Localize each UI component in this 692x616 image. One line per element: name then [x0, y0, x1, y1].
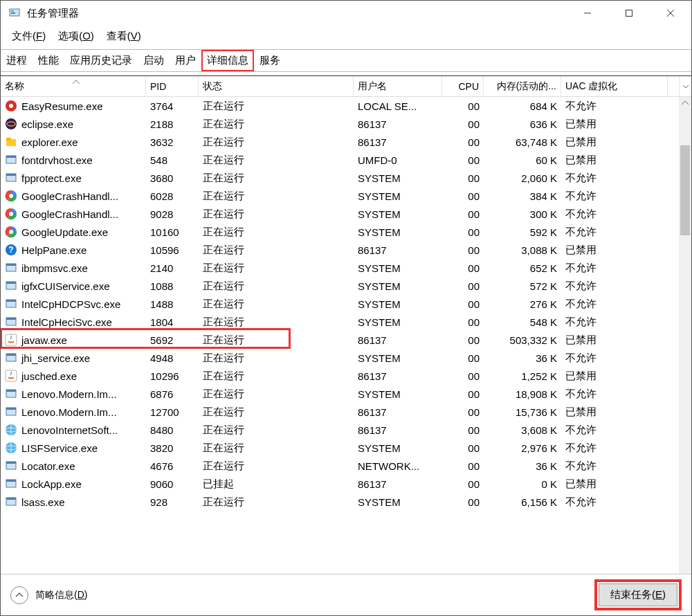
table-row[interactable]: GoogleCrashHandl...6028正在运行SYSTEM00384 K… [1, 187, 691, 205]
table-row[interactable]: EasyResume.exe3764正在运行LOCAL SE...00684 K… [1, 97, 691, 115]
close-button[interactable] [650, 1, 691, 26]
col-pid[interactable]: PID [146, 76, 199, 96]
cell-pid: 5692 [146, 333, 199, 347]
cell-pid: 928 [146, 495, 199, 509]
cell-pid: 2188 [146, 117, 199, 132]
table-row[interactable]: igfxCUIService.exe1088正在运行SYSTEM00572 K不… [1, 277, 691, 295]
cell-status: 正在运行 [199, 224, 354, 240]
cell-uac: 不允许 [561, 440, 668, 456]
cell-uac: 不允许 [561, 98, 668, 114]
menu-file[interactable]: 文件(F) [9, 28, 48, 44]
cell-user: SYSTEM [354, 315, 442, 329]
scroll-thumb[interactable] [680, 145, 690, 235]
cell-cpu: 00 [442, 243, 484, 257]
cell-name: IntelCpHDCPSvc.exe [1, 296, 146, 311]
cell-pid: 8480 [146, 423, 199, 437]
cell-status: 正在运行 [199, 188, 354, 204]
col-user[interactable]: 用户名 [354, 76, 442, 96]
menu-options[interactable]: 选项(O) [55, 28, 97, 44]
cell-name: LockApp.exe [1, 476, 146, 491]
tab-app-history[interactable]: 应用历史记录 [64, 50, 138, 71]
cell-memory: 684 K [484, 99, 561, 114]
table-row[interactable]: explorer.exe3632正在运行861370063,748 K已禁用 [1, 133, 691, 151]
cell-pid: 1804 [146, 315, 199, 329]
cell-uac: 不允许 [561, 188, 668, 204]
tab-details[interactable]: 详细信息 [201, 50, 254, 71]
cell-status: 正在运行 [199, 152, 354, 168]
table-row[interactable]: fpprotect.exe3680正在运行SYSTEM002,060 K不允许 [1, 169, 691, 187]
process-name: GoogleCrashHandl... [21, 208, 118, 220]
table-row[interactable]: Locator.exe4676正在运行NETWORK...0036 K不允许 [1, 457, 691, 475]
col-memory[interactable]: 内存(活动的... [484, 76, 561, 96]
cell-pid: 10296 [146, 369, 199, 383]
tab-bar: 进程 性能 应用历史记录 启动 用户 详细信息 服务 [1, 49, 691, 72]
col-cpu[interactable]: CPU [442, 76, 484, 96]
cell-memory: 6,156 K [484, 495, 561, 509]
tab-performance[interactable]: 性能 [33, 50, 64, 71]
cell-memory: 572 K [484, 279, 561, 293]
table-header: 名称 PID 状态 用户名 CPU 内存(活动的... UAC 虚拟化 [1, 76, 691, 97]
process-icon [5, 280, 17, 292]
cell-pid: 10160 [146, 225, 199, 239]
table-row[interactable]: jusched.exe10296正在运行86137001,252 K已禁用 [1, 367, 691, 385]
table-row[interactable]: eclipse.exe2188正在运行8613700636 K已禁用 [1, 115, 691, 133]
scroll-up-icon[interactable] [679, 97, 691, 109]
cell-memory: 15,736 K [484, 405, 561, 419]
cell-status: 已挂起 [199, 476, 354, 492]
cell-memory: 2,060 K [484, 171, 561, 185]
process-name: EasyResume.exe [21, 100, 103, 112]
cell-name: ?HelpPane.exe [1, 242, 146, 257]
svg-rect-1 [11, 10, 14, 12]
svg-rect-2 [11, 12, 15, 14]
table-row[interactable]: Lenovo.Modern.Im...6876正在运行SYSTEM0018,90… [1, 385, 691, 403]
cell-uac: 不允许 [561, 386, 668, 402]
maximize-button[interactable] [608, 1, 650, 26]
cell-status: 正在运行 [199, 422, 354, 438]
cell-pid: 4676 [146, 459, 199, 473]
table-row[interactable]: IntelCpHeciSvc.exe1804正在运行SYSTEM00548 K不… [1, 313, 691, 331]
cell-uac: 不允许 [561, 296, 668, 312]
menu-view[interactable]: 查看(V) [104, 28, 144, 44]
cell-name: javaw.exe [1, 332, 146, 347]
cell-name: Lenovo.Modern.Im... [1, 386, 146, 401]
cell-status: 正在运行 [199, 278, 354, 294]
tab-startup[interactable]: 启动 [138, 50, 170, 71]
cell-name: eclipse.exe [1, 116, 146, 132]
cell-memory: 18,908 K [484, 387, 561, 401]
cell-status: 正在运行 [199, 242, 354, 258]
table-row[interactable]: lsass.exe928正在运行SYSTEM006,156 K不允许 [1, 493, 691, 511]
cell-status: 正在运行 [199, 296, 354, 312]
details-table: 名称 PID 状态 用户名 CPU 内存(活动的... UAC 虚拟化 Easy… [1, 76, 691, 602]
table-row[interactable]: LISFService.exe3820正在运行SYSTEM002,976 K不允… [1, 439, 691, 457]
cell-name: fpprotect.exe [1, 170, 146, 185]
tab-users[interactable]: 用户 [170, 50, 201, 71]
svg-rect-52 [6, 498, 16, 500]
cell-cpu: 00 [442, 99, 484, 114]
cell-uac: 不允许 [561, 422, 668, 438]
table-row[interactable]: GoogleCrashHandl...9028正在运行SYSTEM00300 K… [1, 205, 691, 223]
table-row[interactable]: Lenovo.Modern.Im...12700正在运行861370015,73… [1, 403, 691, 421]
tab-services[interactable]: 服务 [254, 50, 286, 71]
cell-user: SYSTEM [354, 171, 442, 185]
minimize-button[interactable] [567, 1, 608, 26]
cell-memory: 636 K [484, 117, 561, 132]
tab-processes[interactable]: 进程 [1, 50, 33, 71]
table-row[interactable]: ibmpmsvc.exe2140正在运行SYSTEM00652 K不允许 [1, 259, 691, 277]
process-name: javaw.exe [21, 334, 67, 346]
table-row[interactable]: javaw.exe5692正在运行8613700503,332 K已禁用 [1, 331, 691, 349]
less-details-toggle[interactable]: 简略信息(D) [10, 586, 87, 604]
col-status[interactable]: 状态 [199, 76, 354, 96]
vertical-scrollbar[interactable] [679, 97, 691, 602]
col-uac[interactable]: UAC 虚拟化 [561, 76, 668, 96]
table-row[interactable]: GoogleUpdate.exe10160正在运行SYSTEM00592 K不允… [1, 223, 691, 241]
process-name: eclipse.exe [21, 118, 73, 130]
table-row[interactable]: LockApp.exe9060已挂起86137000 K已禁用 [1, 475, 691, 493]
end-task-button[interactable]: 结束任务(E) [599, 583, 677, 606]
table-row[interactable]: ?HelpPane.exe10596正在运行86137003,088 K已禁用 [1, 241, 691, 259]
table-row[interactable]: jhi_service.exe4948正在运行SYSTEM0036 K不允许 [1, 349, 691, 367]
cell-uac: 不允许 [561, 278, 668, 294]
table-row[interactable]: LenovoInternetSoft...8480正在运行86137003,60… [1, 421, 691, 439]
table-row[interactable]: IntelCpHDCPSvc.exe1488正在运行SYSTEM00276 K不… [1, 295, 691, 313]
cell-pid: 10596 [146, 243, 199, 257]
table-row[interactable]: fontdrvhost.exe548正在运行UMFD-00060 K已禁用 [1, 151, 691, 169]
